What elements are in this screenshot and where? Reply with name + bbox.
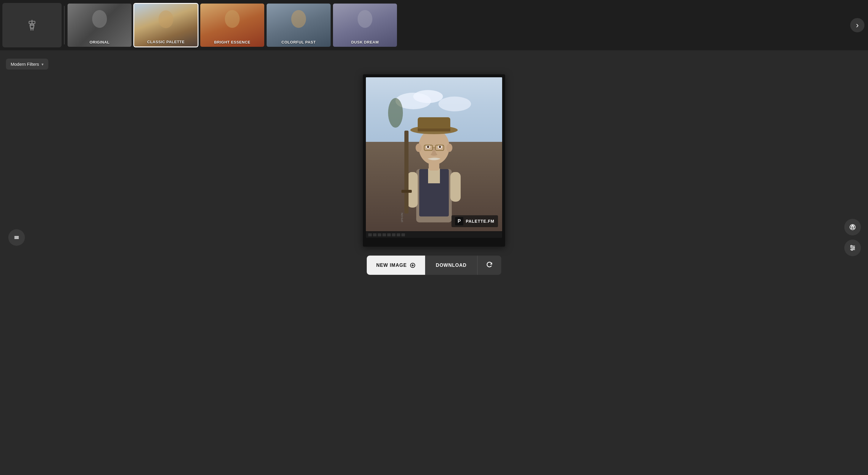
filter-card-colorful-past[interactable]: COLORFUL PAST [266,3,331,48]
svg-rect-25 [401,190,412,193]
filter-next-button[interactable]: › [850,18,864,32]
svg-point-38 [852,225,853,226]
film-strip [366,232,502,238]
right-sidebar [844,219,861,256]
svg-point-23 [446,144,453,152]
filter-label-dusk-dream: DUSK DREAM [351,40,379,44]
svg-point-37 [853,228,854,229]
download-button[interactable]: DOWNLOAD [425,256,477,275]
left-menu-button[interactable] [8,229,25,246]
svg-point-4 [388,98,403,128]
filter-pin-card[interactable] [2,3,62,48]
image-frame: 1P3-ON P PALETTE.FM [363,74,505,247]
svg-rect-24 [404,131,408,214]
svg-rect-14 [418,129,450,131]
svg-point-18 [439,146,441,148]
main-content: Modern Filters ▾ [0,50,868,281]
filter-divider [64,6,65,44]
svg-point-42 [851,246,852,247]
filter-strip: ORIGINAL CLASSIC PALETTE BRIGHT ESSENCE … [0,0,868,50]
film-notch [373,233,376,236]
palette-button[interactable] [844,219,861,235]
filter-card-bright-essence[interactable]: BRIGHT ESSENCE [200,3,265,48]
film-notch [392,233,396,236]
photo-area: 1P3-ON P PALETTE.FM [366,77,502,231]
film-notch [397,233,400,236]
modern-filters-label: Modern Filters [11,62,39,67]
svg-point-43 [853,247,855,249]
filter-label-classic-palette: CLASSIC PALETTE [147,40,185,44]
bottom-buttons: NEW IMAGE DOWNLOAD [367,256,501,275]
plus-circle-icon [410,262,415,268]
svg-point-36 [851,228,852,229]
svg-point-3 [438,97,471,112]
svg-point-22 [415,144,422,152]
svg-point-2 [413,90,443,103]
svg-rect-9 [450,172,461,202]
adjustments-button[interactable] [844,240,861,256]
refresh-button[interactable] [477,256,501,275]
film-notch [368,233,372,236]
filter-label-bright-essence: BRIGHT ESSENCE [214,40,251,44]
subject-svg: 1P3-ON [366,77,502,231]
new-image-label: NEW IMAGE [376,263,407,268]
watermark-logo: P [455,217,463,225]
hamburger-icon [13,234,20,241]
film-notch [401,233,405,236]
watermark-text: PALETTE.FM [466,219,494,224]
sliders-icon [849,244,856,251]
svg-point-16 [427,146,429,148]
svg-point-44 [851,249,853,251]
modern-filters-button[interactable]: Modern Filters ▾ [6,59,48,70]
refresh-icon [486,261,493,268]
chevron-down-icon: ▾ [41,62,43,67]
download-label: DOWNLOAD [436,263,467,268]
pin-icon [26,19,38,31]
filter-card-classic-palette[interactable]: CLASSIC PALETTE [133,3,198,48]
film-notch [387,233,391,236]
filter-card-original[interactable]: ORIGINAL [67,3,132,48]
svg-rect-7 [428,168,440,183]
new-image-button[interactable]: NEW IMAGE [367,256,425,275]
top-bar: Modern Filters ▾ [6,56,862,73]
film-notch [382,233,386,236]
svg-text:1P3-ON: 1P3-ON [401,213,403,222]
filter-label-original: ORIGINAL [90,40,110,44]
filter-card-dusk-dream[interactable]: DUSK DREAM [332,3,398,48]
palette-icon [849,224,856,231]
filter-label-colorful-past: COLORFUL PAST [281,40,316,44]
watermark: P PALETTE.FM [452,215,498,227]
image-frame-wrapper: 1P3-ON P PALETTE.FM [6,74,862,247]
film-notch [378,233,381,236]
